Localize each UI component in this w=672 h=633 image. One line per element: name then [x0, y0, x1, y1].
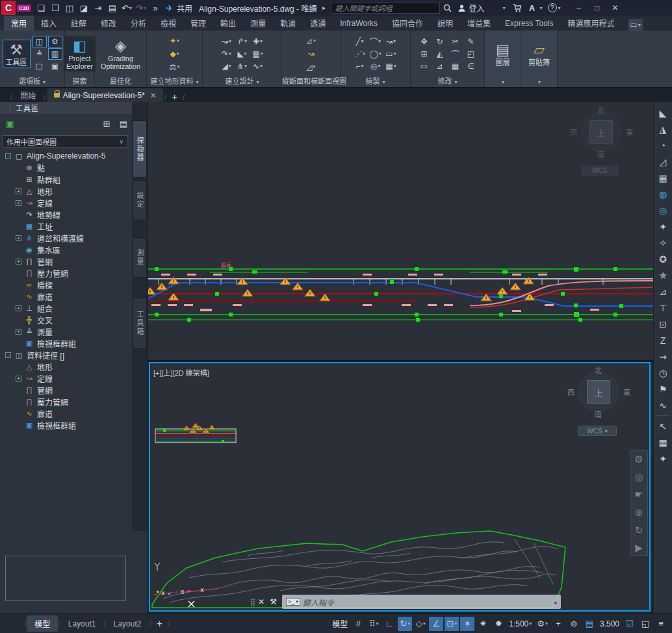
layer-walk-icon[interactable]: ▦ — [655, 434, 671, 450]
ribbon-display-toggle[interactable]: ▭▾ — [628, 19, 643, 31]
tree-item-corridors[interactable]: ∿廊道 — [0, 291, 133, 302]
snap-mode-icon[interactable]: ⠿▾ — [367, 617, 381, 631]
select-cursor-icon[interactable]: ↖ — [655, 418, 671, 434]
tree-item-pressure-networks-shortcut[interactable]: ∏壓力管網 — [0, 396, 133, 407]
modify-7-icon[interactable]: ⌒ — [448, 48, 463, 60]
help-caret-icon[interactable]: ▾ — [558, 5, 561, 11]
tree-item-alignments[interactable]: +↝定線 — [0, 197, 133, 209]
isometric-drafting-icon-caret[interactable]: ▾ — [423, 621, 426, 627]
modify-9-icon[interactable]: ▭ — [417, 60, 432, 72]
tree-item-point-groups[interactable]: ⊞點群組 — [0, 174, 133, 185]
command-bar-grip[interactable]: ⣿ — [250, 598, 254, 606]
command-bar-customize-icon[interactable]: ⚒ — [270, 597, 277, 606]
draw-3-icon[interactable]: ↝▾ — [384, 36, 398, 47]
panel-caption-profile-section[interactable]: 縱斷面和橫斷面視圖 — [282, 77, 340, 87]
draw-5-icon[interactable]: ◯▾ — [368, 48, 383, 60]
minimize-button[interactable]: – — [570, 1, 588, 15]
toolspace-button[interactable]: ⚒ 工具區 — [3, 40, 31, 68]
filter-star-icon[interactable]: ✦ — [655, 450, 671, 467]
model-space-toggle[interactable]: 模型 — [330, 617, 350, 631]
viewcube-top-face[interactable]: 上 — [589, 120, 613, 144]
new-file-tab-button[interactable]: + — [168, 91, 181, 102]
viewcube-top[interactable]: 北 西 東 南 上 WCS — [563, 109, 641, 187]
annotation-scale-value[interactable]: 1:500▾ — [507, 617, 534, 631]
tree-item-turnouts-crossovers[interactable]: +⋔道岔和橫渡線 — [0, 232, 133, 244]
ribbon-tab-修改[interactable]: 修改 — [94, 16, 123, 31]
annotation-autoscale-icon[interactable]: ✷ — [476, 617, 490, 631]
viewcube-east-label[interactable]: 東 — [623, 387, 630, 397]
maximize-button[interactable]: □ — [588, 1, 606, 15]
ribbon-tab-說明[interactable]: 說明 — [430, 16, 460, 31]
object-snap-tracking-icon[interactable]: ∠ — [429, 617, 443, 631]
visibility-icon[interactable]: ◔ — [655, 137, 671, 153]
earth-icon[interactable]: ◎ — [655, 202, 671, 218]
tree-item-data-shortcuts[interactable]: -◫資料捷徑 [] — [0, 349, 133, 361]
create-design-8-icon[interactable]: ⋔▾ — [235, 60, 250, 72]
ribbon-tab-管理[interactable]: 管理 — [183, 16, 213, 31]
plot-icon[interactable]: ▤ — [106, 1, 119, 14]
modify-4-icon[interactable]: ✎ — [464, 36, 478, 47]
drawing-status-icon[interactable]: ☑ — [623, 617, 637, 631]
create-design-9-icon[interactable]: ∿▾ — [251, 60, 265, 72]
search-icon[interactable] — [441, 1, 454, 14]
triangle-ruler-icon[interactable]: ◮ — [655, 121, 671, 137]
close-button[interactable]: ✕ — [606, 1, 625, 15]
tree-item-corridors-shortcut[interactable]: ∿廊道 — [0, 407, 133, 419]
ribbon-tab-測量[interactable]: 測量 — [243, 16, 273, 31]
viewcube-north-label[interactable]: 北 — [595, 365, 602, 375]
geolocation-globe-icon[interactable]: ◍ — [655, 186, 671, 202]
layer-palette-icon[interactable]: ▣ — [48, 60, 62, 72]
tree-item-bridges[interactable]: ∞橋樑 — [0, 279, 133, 291]
open-file-icon[interactable]: ❒ — [49, 1, 62, 14]
ribbon-tab-註解[interactable]: 註解 — [64, 16, 94, 31]
create-design-4-icon[interactable]: ↷▾ — [220, 48, 234, 60]
expand-toggle[interactable]: + — [16, 188, 21, 194]
drawing-area[interactable]: 超高 北 西 東 南 上 WCS — [148, 102, 653, 614]
tree-item-drawing-document[interactable]: -▢Align-Superelevation-5 — [0, 150, 133, 162]
tree-item-sites[interactable]: ▦工址 — [0, 220, 133, 232]
tree-item-pressure-networks[interactable]: ∏壓力管網 — [0, 267, 133, 279]
autodesk-app-caret-icon[interactable]: ▾ — [539, 5, 542, 11]
modify-6-icon[interactable]: ◭ — [433, 48, 447, 60]
panel-caption-palettes[interactable]: 選項板 ▾ — [0, 77, 64, 87]
panel-caption-layers[interactable]: ▾ — [485, 77, 521, 87]
tree-item-surfaces[interactable]: +△地形 — [0, 185, 133, 197]
expand-toggle[interactable]: + — [16, 200, 21, 206]
profile-view-icon[interactable]: ⊿▾ — [304, 35, 318, 47]
create-design-1-icon[interactable]: ↝▾ — [220, 36, 234, 47]
z-elevation-value[interactable]: 3.500 — [598, 617, 621, 631]
export-icon[interactable]: ⇥ — [92, 1, 105, 14]
viewcube-west-label[interactable]: 西 — [567, 387, 575, 397]
measure-graph-icon[interactable]: ⊿ — [655, 283, 671, 300]
layout-tab-Layout1[interactable]: Layout1 — [60, 617, 104, 631]
create-design-3-icon[interactable]: ✚▾ — [251, 36, 265, 47]
workspace-gear-icon-caret[interactable]: ▾ — [545, 621, 548, 627]
layout-tab-Layout2[interactable]: Layout2 — [106, 617, 149, 631]
viewcube-west-label[interactable]: 西 — [570, 127, 577, 137]
command-input[interactable]: >_▾ 鍵入指令 ▴ — [282, 595, 561, 609]
wcs-button[interactable]: WCS — [582, 166, 618, 175]
expand-toggle[interactable]: + — [16, 259, 21, 265]
polar-tracking-icon[interactable]: ↻▾ — [398, 617, 412, 631]
tree-item-intersections[interactable]: ╬交叉 — [0, 314, 133, 326]
new-feature-cursor-icon[interactable]: ✪ — [655, 251, 671, 267]
expand-toggle[interactable]: + — [16, 329, 21, 335]
line-arrow-icon[interactable]: ⇝ — [655, 348, 671, 365]
toolspace-title[interactable]: ⁞工具區 — [0, 102, 148, 114]
share-label[interactable]: 共用 — [177, 3, 192, 14]
expand-toggle[interactable]: - — [5, 352, 11, 358]
z-order-icon[interactable]: Z — [655, 332, 671, 348]
grid-display-icon[interactable]: # — [351, 617, 365, 631]
viewcube-south-label[interactable]: 南 — [595, 409, 602, 419]
ortho-mode-icon[interactable]: ∟ — [382, 617, 396, 631]
toolspace-tab-探勘器[interactable]: 探勘器 — [133, 120, 147, 177]
command-line-bar[interactable]: ⣿ ✕ ⚒ >_▾ 鍵入指令 ▴ — [250, 595, 561, 609]
expand-toggle[interactable]: - — [5, 153, 11, 159]
viewcube-top-face[interactable]: 上 — [587, 380, 610, 404]
active-view-dropdown[interactable]: 作用中圖面視圖 ∨ — [3, 135, 127, 148]
ribbon-tab-軌道[interactable]: 軌道 — [273, 16, 303, 31]
survey-palette-icon[interactable]: ≜ — [32, 48, 47, 60]
ribbon-tab-InfraWorks[interactable]: InfraWorks — [333, 17, 385, 30]
wcs-dropdown[interactable]: WCS▾ — [578, 426, 617, 436]
navbar-settings-icon[interactable]: ⚙ — [633, 452, 645, 466]
